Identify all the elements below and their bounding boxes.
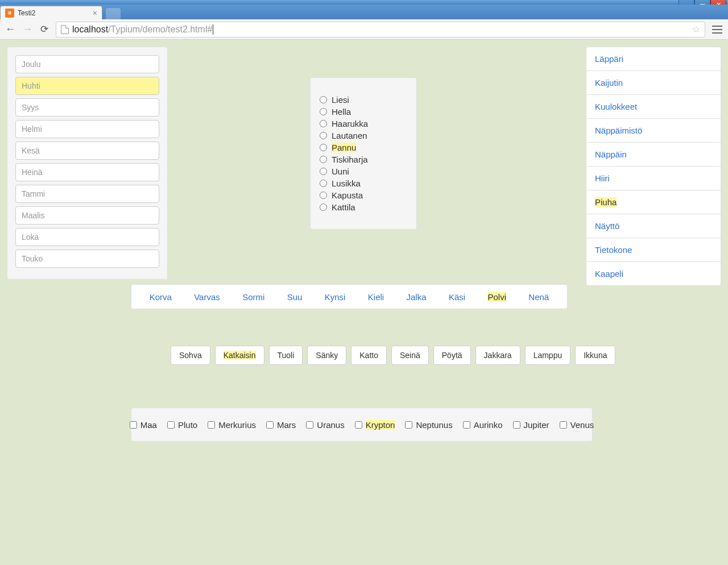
sidebar-link[interactable]: Kaapeli <box>586 262 721 285</box>
checkbox-input[interactable] <box>405 421 412 429</box>
radio-input[interactable] <box>320 192 327 199</box>
radio-input[interactable] <box>320 180 327 187</box>
planet-checkbox[interactable]: Venus <box>560 420 594 430</box>
back-button[interactable]: ← <box>5 24 16 35</box>
radio-input[interactable] <box>320 132 327 139</box>
nav-link[interactable]: Kynsi <box>325 292 346 302</box>
checkbox-input[interactable] <box>130 421 137 429</box>
furniture-button[interactable]: Katto <box>351 346 387 365</box>
planet-checkbox[interactable]: Krypton <box>355 420 395 430</box>
nav-link[interactable]: Jalka <box>407 292 427 302</box>
radio-input[interactable] <box>320 203 327 211</box>
radio-input[interactable] <box>320 156 327 163</box>
radio-option[interactable]: Lusikka <box>320 178 407 188</box>
planet-checkbox[interactable]: Uranus <box>306 420 344 430</box>
radio-option[interactable]: Haarukka <box>320 119 407 128</box>
radio-input[interactable] <box>320 120 327 127</box>
radio-input[interactable] <box>320 96 327 103</box>
radio-option[interactable]: Pannu <box>320 143 407 152</box>
radio-option[interactable]: Lautanen <box>320 131 407 140</box>
tab-close-icon[interactable]: × <box>93 9 97 18</box>
radio-label: Kattila <box>332 202 355 212</box>
nav-link[interactable]: Käsi <box>449 292 465 302</box>
sidebar-link[interactable]: Näyttö <box>586 214 721 238</box>
nav-link[interactable]: Varvas <box>194 292 220 302</box>
planet-checkbox[interactable]: Neptunus <box>405 420 452 430</box>
checkbox-input[interactable] <box>513 421 520 429</box>
month-input[interactable]: Joulu <box>15 55 159 73</box>
checkbox-input[interactable] <box>167 421 175 429</box>
forward-button[interactable]: → <box>22 24 33 35</box>
browser-tab[interactable]: ෂ Testi2 × <box>0 6 102 19</box>
button-label: Seinä <box>400 351 420 360</box>
radio-input[interactable] <box>320 108 327 115</box>
radio-option[interactable]: Kattila <box>320 202 407 212</box>
page-body: JouluHuhtiSyysHelmiKesäHeinäTammiMaalisL… <box>0 40 728 565</box>
nav-link[interactable]: Korva <box>150 292 172 302</box>
button-label: Sänky <box>316 351 338 360</box>
planet-checkbox[interactable]: Mars <box>266 420 296 430</box>
radio-option[interactable]: Tiskiharja <box>320 155 407 164</box>
furniture-button[interactable]: Ikkuna <box>575 346 615 365</box>
planet-checkbox[interactable]: Maa <box>130 420 157 430</box>
radio-label: Lusikka <box>332 178 361 188</box>
checkbox-input[interactable] <box>463 421 470 429</box>
new-tab-button[interactable] <box>106 8 121 19</box>
sidebar-link[interactable]: Kuulokkeet <box>586 95 721 119</box>
planet-checkbox[interactable]: Merkurius <box>208 420 256 430</box>
checkbox-input[interactable] <box>266 421 274 429</box>
month-input[interactable]: Huhti <box>15 77 159 95</box>
furniture-button[interactable]: Tuoli <box>269 346 303 365</box>
furniture-button[interactable]: Sohva <box>171 346 210 365</box>
reload-button[interactable]: ⟳ <box>39 24 50 35</box>
sidebar-link[interactable]: Läppäri <box>586 47 721 71</box>
radio-label: Tiskiharja <box>332 155 368 164</box>
month-input[interactable]: Heinä <box>15 163 159 181</box>
planet-checkbox[interactable]: Jupiter <box>513 420 549 430</box>
nav-link[interactable]: Suu <box>287 292 303 302</box>
sidebar-link[interactable]: Piuha <box>586 190 721 214</box>
furniture-button[interactable]: Pöytä <box>433 346 471 365</box>
month-input[interactable]: Tammi <box>15 185 159 203</box>
furniture-button[interactable]: Seinä <box>391 346 429 365</box>
checkbox-input[interactable] <box>355 421 362 429</box>
address-bar[interactable]: localhost/Typium/demo/test2.html# ☆ <box>56 22 705 38</box>
button-row: SohvaKatkaisinTuoliSänkyKattoSeinäPöytäJ… <box>171 346 615 365</box>
checkbox-input[interactable] <box>306 421 313 429</box>
furniture-button[interactable]: Katkaisin <box>215 346 264 365</box>
sidebar-link[interactable]: Tietokone <box>586 238 721 262</box>
sidebar-link[interactable]: Hiiri <box>586 167 721 190</box>
sidebar-link[interactable]: Näppäimistö <box>586 119 721 143</box>
nav-link[interactable]: Sormi <box>242 292 264 302</box>
radio-input[interactable] <box>320 144 327 151</box>
furniture-button[interactable]: Lamppu <box>525 346 571 365</box>
nav-link[interactable]: Nenä <box>528 292 549 302</box>
bookmark-star-icon[interactable]: ☆ <box>692 24 700 35</box>
url-host: localhost <box>72 24 108 35</box>
month-input[interactable]: Helmi <box>15 120 159 138</box>
month-input[interactable]: Kesä <box>15 142 159 160</box>
planet-checkbox[interactable]: Aurinko <box>463 420 503 430</box>
nav-link[interactable]: Kieli <box>368 292 384 302</box>
menu-button[interactable] <box>711 24 723 35</box>
radio-option[interactable]: Kapusta <box>320 190 407 200</box>
window-titlebar: — ▭ ✕ <box>0 0 728 5</box>
furniture-button[interactable]: Sänky <box>307 346 346 365</box>
sidebar-link[interactable]: Kaijutin <box>586 71 721 95</box>
month-input[interactable]: Loka <box>15 228 159 246</box>
month-input[interactable]: Touko <box>15 250 159 268</box>
sidebar-link[interactable]: Näppäin <box>586 143 721 167</box>
placeholder-text: Tammi <box>22 189 45 198</box>
radio-option[interactable]: Hella <box>320 107 407 117</box>
radio-input[interactable] <box>320 168 327 175</box>
furniture-button[interactable]: Jakkara <box>475 346 520 365</box>
planet-checkbox[interactable]: Pluto <box>167 420 197 430</box>
month-input[interactable]: Maalis <box>15 206 159 225</box>
checkbox-input[interactable] <box>560 421 567 429</box>
checkbox-input[interactable] <box>208 421 215 429</box>
month-input[interactable]: Syys <box>15 98 159 117</box>
radio-option[interactable]: Liesi <box>320 95 407 105</box>
nav-link[interactable]: Polvi <box>487 292 506 302</box>
button-label: Jakkara <box>484 351 512 360</box>
radio-option[interactable]: Uuni <box>320 167 407 176</box>
